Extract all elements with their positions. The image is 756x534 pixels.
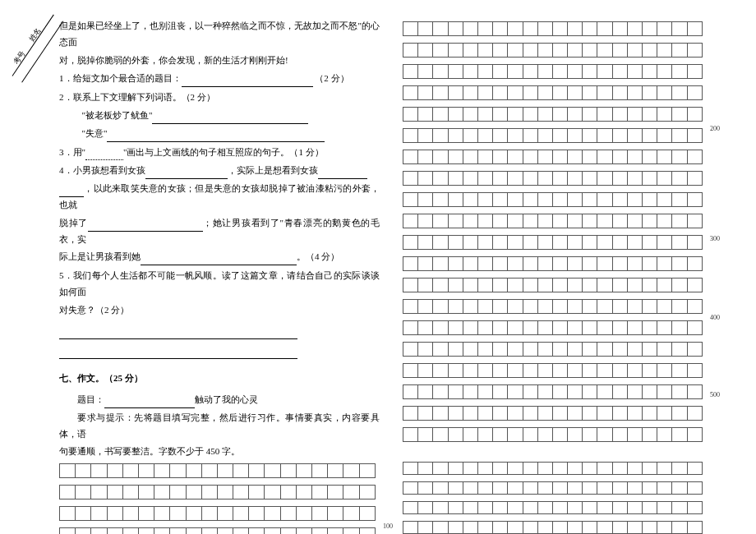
q3-dotted bbox=[85, 150, 123, 160]
count-200: 200 bbox=[710, 123, 720, 135]
question-4-line3: 脱掉了；她让男孩看到了"青春漂亮的鹅黄色的毛衣，实 bbox=[59, 215, 380, 248]
q2-blank1[interactable] bbox=[152, 113, 308, 124]
question-5-line1: 5．我们每个人生活都不可能一帆风顺。读了这篇文章，请结合自己的实际谈谈如何面 bbox=[59, 268, 380, 301]
left-column: 但是如果已经坐上了，也别沮丧，以一种猝然临之而不惊，无故加之而不怒"的心态面 对… bbox=[59, 18, 380, 534]
q4-l4b: 。（4 分） bbox=[297, 251, 339, 261]
q4-l4a: 际上是让男孩看到她 bbox=[59, 251, 141, 261]
q2-term1: "被老板炒了鱿鱼" bbox=[82, 110, 153, 120]
q4-blank3[interactable] bbox=[59, 186, 84, 197]
q2-term2: "失意" bbox=[82, 128, 108, 138]
question-4-line1: 4．小男孩想看到女孩，实际上是想看到女孩 bbox=[59, 163, 380, 179]
q5-blank2[interactable] bbox=[59, 348, 297, 359]
topic-blank[interactable] bbox=[104, 398, 195, 408]
count-500: 500 bbox=[710, 389, 720, 401]
q2-item2: "失意" bbox=[59, 126, 380, 142]
q4-l1a: 4．小男孩想看到女孩 bbox=[59, 165, 145, 175]
passage-line-2: 对，脱掉你脆弱的外套，你会发现，新的生活才刚刚开始! bbox=[59, 53, 380, 69]
q2-item1: "被老板炒了鱿鱼" bbox=[59, 108, 380, 124]
writing-grid-left[interactable] bbox=[59, 463, 376, 534]
q4-blank4[interactable] bbox=[88, 221, 203, 232]
right-column: 200 300 400 500 bbox=[403, 18, 707, 534]
question-3: 3．用""画出与上文画线的句子相互照应的句子。（1 分） bbox=[59, 145, 380, 161]
q4-blank5[interactable] bbox=[141, 255, 297, 265]
question-4-line4: 际上是让男孩看到她。（4 分） bbox=[59, 249, 380, 265]
topic-prefix: 题目： bbox=[77, 394, 104, 404]
question-5-line2: 对失意？（2 分） bbox=[59, 302, 380, 319]
q2-blank2[interactable] bbox=[107, 131, 325, 142]
q3-label-a: 3．用" bbox=[59, 147, 85, 157]
q4-l1b: ，实际上是想看到女孩 bbox=[228, 165, 318, 175]
q1-label: 1．给短文加个最合适的题目： bbox=[59, 73, 182, 83]
question-1: 1．给短文加个最合适的题目： （2 分） bbox=[59, 71, 380, 87]
q4-blank1[interactable] bbox=[145, 168, 228, 179]
q3-label-b: "画出与上文画线的句子相互照应的句子。（1 分） bbox=[123, 147, 324, 157]
essay-req-1: 要求与提示：先将题目填写完整，然后进行习作。事情要真实，内容要具体，语 bbox=[59, 410, 380, 443]
topic-suffix: 触动了我的心灵 bbox=[195, 394, 258, 404]
passage-line-1: 但是如果已经坐上了，也别沮丧，以一种猝然临之而不惊，无故加之而不怒"的心态面 bbox=[59, 18, 380, 51]
count-400: 400 bbox=[710, 312, 720, 324]
essay-req-2: 句要通顺，书写要整洁。字数不少于 450 字。 bbox=[59, 444, 380, 460]
q5-blank1[interactable] bbox=[59, 329, 297, 339]
essay-topic: 题目：触动了我的心灵 bbox=[59, 392, 380, 408]
count-100: 100 bbox=[383, 521, 393, 532]
count-300: 300 bbox=[710, 233, 720, 245]
q4-blank2[interactable] bbox=[318, 168, 367, 179]
q4-l3a: 脱掉了 bbox=[59, 218, 88, 228]
writing-grid-right-bottom[interactable] bbox=[403, 462, 703, 534]
question-4-line2: ，以此来取笑失意的女孩；但是失意的女孩却脱掉了被油漆粘污的外套，也就 bbox=[59, 181, 380, 214]
q4-l2a: ，以此来取笑失意的女孩；但是失意的女孩却脱掉了被油漆粘污的外套，也就 bbox=[59, 183, 380, 209]
section-7-title: 七、作文。（25 分） bbox=[59, 371, 380, 387]
question-2: 2．联系上下文理解下列词语。（2 分） bbox=[59, 90, 380, 106]
worksheet-page: 但是如果已经坐上了，也别沮丧，以一种猝然临之而不惊，无故加之而不怒"的心态面 对… bbox=[0, 0, 756, 534]
writing-grid-right-top[interactable] bbox=[403, 21, 703, 442]
q1-points: （2 分） bbox=[315, 73, 348, 83]
q1-blank[interactable] bbox=[182, 76, 313, 87]
